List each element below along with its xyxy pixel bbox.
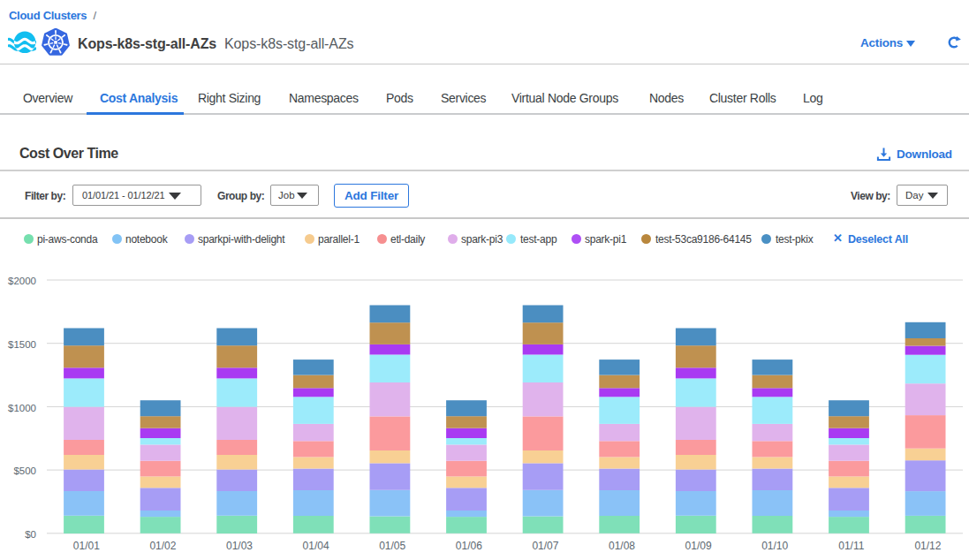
- svg-text:$2000: $2000: [8, 276, 36, 286]
- svg-text:01/04: 01/04: [303, 540, 329, 552]
- svg-text:01/03: 01/03: [226, 540, 253, 552]
- svg-text:01/05: 01/05: [379, 540, 405, 552]
- svg-text:01/11: 01/11: [838, 540, 864, 552]
- svg-text:01/01: 01/01: [73, 540, 100, 552]
- svg-text:$500: $500: [13, 465, 36, 476]
- svg-text:01/12: 01/12: [914, 540, 941, 552]
- svg-text:01/06: 01/06: [456, 540, 482, 552]
- svg-text:01/08: 01/08: [609, 540, 635, 552]
- svg-text:01/02: 01/02: [149, 540, 176, 552]
- svg-text:$1500: $1500: [8, 339, 36, 350]
- svg-text:$0: $0: [25, 529, 36, 540]
- svg-text:01/09: 01/09: [685, 540, 712, 552]
- svg-text:01/10: 01/10: [761, 540, 788, 552]
- svg-text:01/07: 01/07: [532, 540, 558, 552]
- svg-text:$1000: $1000: [8, 403, 36, 413]
